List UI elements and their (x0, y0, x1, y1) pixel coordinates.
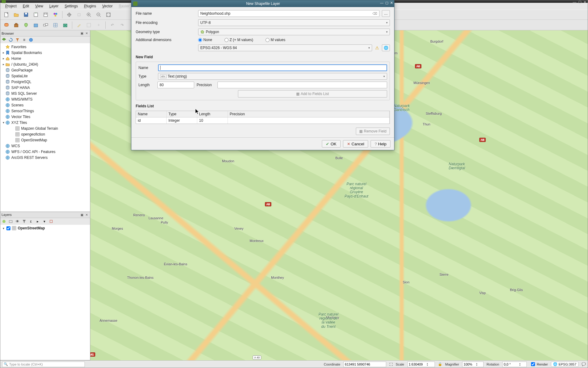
dialog-titlebar[interactable]: New Shapefile Layer — ▢ ✕ (131, 0, 394, 7)
toggle-extents-icon[interactable]: ⛶ (389, 362, 393, 366)
new-print-layout-icon[interactable]: + (32, 10, 40, 19)
browser-node[interactable]: Favorites (0, 44, 90, 50)
new-gps-icon[interactable] (61, 21, 70, 29)
undo-icon[interactable]: ↶ (108, 21, 117, 29)
new-shapefile-icon[interactable] (22, 21, 30, 29)
new-spatialite-icon[interactable] (32, 21, 40, 29)
menu-edit[interactable]: Edit (20, 3, 32, 9)
browser-node[interactable]: Vector Tiles (0, 114, 90, 120)
browser-node[interactable]: MS SQL Server (0, 90, 90, 96)
menu-view[interactable]: View (32, 3, 46, 9)
zoom-in-icon[interactable] (85, 10, 93, 19)
browser-node[interactable]: SensorThings (0, 108, 90, 114)
coordinate-input[interactable] (343, 362, 386, 367)
magnifier-value[interactable] (462, 362, 476, 366)
rotation-spin[interactable]: ▲▼ (502, 362, 527, 367)
collapse-all-icon[interactable]: ▾ (42, 219, 47, 224)
undock-icon[interactable]: ▣ (80, 213, 84, 217)
layers-tree[interactable]: ▾OpenStreetMap (0, 225, 90, 360)
fields-table[interactable]: Name Type Length Precision idInteger10 (136, 111, 390, 124)
redo-icon[interactable]: ↷ (118, 21, 126, 29)
expand-icon[interactable]: ▾ (2, 121, 5, 124)
browser-node[interactable]: WMS/WMTS (0, 96, 90, 102)
collapse-icon[interactable]: ≡ (22, 37, 27, 42)
cancel-button[interactable]: ✕Cancel (343, 140, 368, 148)
zoom-out-icon[interactable] (94, 10, 103, 19)
pan-icon[interactable] (65, 10, 74, 19)
properties-icon[interactable]: i (28, 37, 33, 42)
expand-icon[interactable]: ▸ (2, 57, 5, 60)
maximize-icon[interactable]: ▢ (578, 0, 582, 4)
crs-warning-icon[interactable]: ⚠ (374, 45, 380, 51)
nf-name-input[interactable] (158, 64, 387, 71)
rotation-value[interactable] (503, 362, 519, 366)
filter-icon[interactable] (15, 37, 20, 42)
browser-node[interactable]: Mapzen Global Terrain (0, 125, 90, 131)
zoom-full-icon[interactable] (104, 10, 113, 19)
filter-legend-icon[interactable] (22, 219, 27, 224)
lock-scale-icon[interactable]: 🔒 (438, 362, 442, 366)
new-mesh-icon[interactable] (51, 21, 60, 29)
browser-node[interactable]: Scenes (0, 102, 90, 108)
browser-node[interactable]: opengeofiction (0, 131, 90, 137)
close-icon[interactable]: ✕ (583, 0, 586, 4)
scale-value[interactable] (408, 362, 427, 366)
layer-item[interactable]: ▾OpenStreetMap (0, 225, 90, 231)
browser-node[interactable]: SpatiaLite (0, 73, 90, 79)
menu-vector[interactable]: Vector (99, 3, 116, 9)
browser-tree[interactable]: Favorites▸Spatial Bookmarks▸Home▸/ (lubu… (0, 43, 90, 212)
layer-styling-icon[interactable] (2, 219, 6, 224)
add-group-icon[interactable] (8, 219, 13, 224)
scale-combo[interactable]: ▲▼ (407, 362, 435, 367)
new-project-icon[interactable] (2, 10, 11, 19)
save-project-icon[interactable] (22, 10, 30, 19)
dim-none-radio[interactable]: None (198, 38, 212, 42)
expand-icon[interactable]: ▸ (2, 63, 5, 66)
dim-m-radio[interactable]: M values (266, 38, 285, 42)
col-name[interactable]: Name (136, 111, 167, 117)
messages-icon[interactable]: 💬 (582, 362, 586, 366)
pan-to-selection-icon[interactable] (75, 10, 83, 19)
geometry-type-combo[interactable]: Polygon ▾ (198, 29, 390, 35)
locator-input[interactable]: 🔍 Type to locate (Ctrl+K) (2, 362, 85, 367)
dim-z-radio[interactable]: Z (+ M values) (224, 38, 253, 42)
browser-node[interactable]: WCS (0, 143, 90, 149)
col-length[interactable]: Length (197, 111, 228, 117)
edit-pencil-icon[interactable] (75, 21, 83, 29)
undock-icon[interactable]: ▣ (80, 31, 84, 36)
expression-icon[interactable]: ε (28, 219, 33, 224)
browser-node[interactable]: ▾XYZ Tiles (0, 120, 90, 125)
browser-node[interactable]: PostgreSQL (0, 79, 90, 85)
new-virtual-layer-icon[interactable] (41, 21, 50, 29)
refresh-icon[interactable] (8, 37, 13, 42)
help-button[interactable]: ?Help (371, 140, 390, 148)
dialog-close-icon[interactable]: ✕ (390, 1, 393, 5)
expand-all-icon[interactable]: ▸ (35, 219, 40, 224)
minimize-icon[interactable]: — (573, 0, 576, 4)
menu-raster[interactable]: Raster (116, 3, 133, 9)
field-row[interactable]: idInteger10 (136, 117, 390, 124)
style-manager-icon[interactable] (51, 10, 60, 19)
expand-icon[interactable]: ▾ (2, 227, 5, 230)
browser-node[interactable]: ▸Home (0, 56, 90, 61)
menu-layer[interactable]: Layer (46, 3, 62, 9)
col-precision[interactable]: Precision (228, 111, 390, 117)
menu-project[interactable]: Project (2, 3, 20, 9)
clear-icon[interactable]: ⌫ (372, 12, 377, 16)
remove-layer-icon[interactable] (49, 219, 54, 224)
menu-settings[interactable]: Settings (62, 3, 81, 9)
crs-select-button[interactable]: 🌐 (382, 44, 390, 51)
crs-button[interactable]: 🌐 EPSG:3857 (551, 362, 579, 367)
encoding-combo[interactable]: UTF-8 ▾ (198, 19, 390, 26)
nf-type-combo[interactable]: abc Text (string) ▾ (158, 73, 387, 80)
remove-field-button[interactable]: ▦ Remove Field (356, 128, 390, 135)
browser-node[interactable]: GeoPackage (0, 67, 90, 73)
expand-icon[interactable]: ▸ (2, 51, 5, 54)
nf-length-input[interactable]: 80 (157, 82, 194, 88)
save-edits-icon[interactable] (85, 21, 93, 29)
dialog-minimize-icon[interactable]: — (380, 1, 383, 5)
add-to-fields-button[interactable]: ▦ Add to Fields List (238, 90, 387, 98)
nf-precision-input[interactable] (217, 82, 387, 88)
layer-visibility-checkbox[interactable] (6, 226, 10, 230)
browser-node[interactable]: SAP HANA (0, 85, 90, 90)
